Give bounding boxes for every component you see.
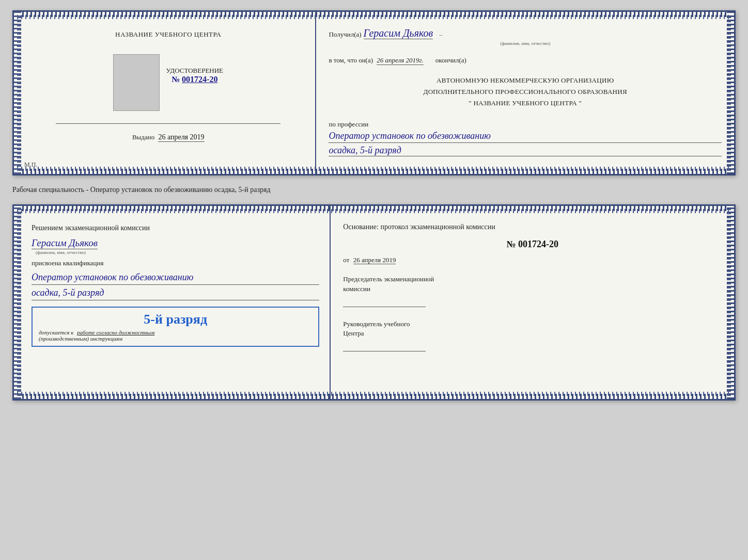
recipient-name: Герасим Дьяков <box>364 27 433 39</box>
org-line1: АВТОНОМНУЮ НЕКОММЕРЧЕСКУЮ ОРГАНИЗАЦИЮ <box>329 75 722 86</box>
date-value: 26 апреля 2019г. <box>377 56 423 65</box>
qualification-value-2: осадка, 5-й разряд <box>32 286 319 300</box>
document-type-label: УДОСТОВЕРЕНИЕ <box>166 67 223 75</box>
profession-block: по профессии Оператор установок по обезв… <box>329 120 722 156</box>
profession-value: Оператор установок по обезвоживанию <box>329 130 722 143</box>
between-text: Рабочая специальность - Оператор установ… <box>12 184 736 196</box>
rank-box: 5-й разряд допускается к работе согласно… <box>32 307 319 347</box>
cert-number-block: УДОСТОВЕРЕНИЕ № 001724-20 <box>166 67 223 84</box>
chairman-label: Председатель экзаменационной комиссии <box>343 275 722 293</box>
finished-label: окончил(а) <box>435 56 466 64</box>
received-prefix: Получил(а) <box>329 30 361 38</box>
head-signature-line <box>343 341 426 351</box>
cert-number: 001724-20 <box>182 75 217 84</box>
basis-label: Основание: протокол экзаменационной коми… <box>343 221 722 233</box>
допуск-suffix: (производственным) инструкциям <box>39 335 312 342</box>
head-label: Руководитель учебного Центра <box>343 319 722 338</box>
protocol-date: от 26 апреля 2019 <box>343 256 722 264</box>
commission-title: Решением экзаменационной комиссии <box>32 222 319 233</box>
bottom-left-stripe <box>14 206 21 399</box>
chairman-block: Председатель экзаменационной комиссии <box>343 275 722 307</box>
protocol-number: № 001724-20 <box>343 239 722 250</box>
top-certificate: НАЗВАНИЕ УЧЕБНОГО ЦЕНТРА УДОСТОВЕРЕНИЕ №… <box>12 10 736 175</box>
qualification-value-1: Оператор установок по обезвоживанию <box>32 270 319 285</box>
org-line2: ДОПОЛНИТЕЛЬНОГО ПРОФЕССИОНАЛЬНОГО ОБРАЗО… <box>329 86 722 98</box>
допуск-text: допускается к работе согласно должностны… <box>39 329 312 342</box>
chairman-signature-line <box>343 297 426 307</box>
date-prefix: от <box>343 256 349 264</box>
issued-date: 26 апреля 2019 <box>158 133 204 142</box>
top-cert-left: НАЗВАНИЕ УЧЕБНОГО ЦЕНТРА УДОСТОВЕРЕНИЕ №… <box>14 12 316 174</box>
specialty-value: осадка, 5-й разряд <box>329 145 722 156</box>
issued-label: Выдано <box>132 133 154 141</box>
page-container: НАЗВАНИЕ УЧЕБНОГО ЦЕНТРА УДОСТОВЕРЕНИЕ №… <box>12 10 736 401</box>
допуск-prefix: допускается к <box>39 329 73 335</box>
top-cert-right: Получил(а) Герасим Дьяков – (фамилия, им… <box>316 12 734 174</box>
issued-block: Выдано 26 апреля 2019 <box>132 133 205 141</box>
bottom-certificate: Решением экзаменационной комиссии Гераси… <box>12 204 736 401</box>
qualification-label: присвоена квалификация <box>32 259 319 267</box>
bottom-cert-left: Решением экзаменационной комиссии Гераси… <box>14 206 331 399</box>
training-center-title: НАЗВАНИЕ УЧЕБНОГО ЦЕНТРА <box>115 30 221 39</box>
bottom-right-stripe <box>727 206 734 399</box>
допуск-underline: работе согласно должностным <box>77 329 154 335</box>
left-border-stripe <box>14 12 21 174</box>
rank-text: 5-й разряд <box>39 312 312 327</box>
date-label: в том, что он(а) <box>329 56 373 64</box>
bottom-cert-right: Основание: протокол экзаменационной коми… <box>331 206 734 399</box>
photo-placeholder <box>113 54 160 111</box>
divider-1 <box>56 123 280 124</box>
dash-separator: – <box>439 31 442 38</box>
right-border-stripe <box>727 12 734 174</box>
bottom-person-block: Герасим Дьяков (фамилия, имя, отчество) <box>32 237 319 255</box>
mp-label: М.П. <box>24 161 37 169</box>
head-block: Руководитель учебного Центра <box>343 319 722 351</box>
name-subtext: (фамилия, имя, отчество) <box>329 41 722 46</box>
org-block: АВТОНОМНУЮ НЕКОММЕРЧЕСКУЮ ОРГАНИЗАЦИЮ ДО… <box>329 75 722 109</box>
profession-label: по профессии <box>329 120 722 129</box>
bottom-name-subtext: (фамилия, имя, отчество) <box>36 250 319 255</box>
bottom-person-name: Герасим Дьяков <box>32 237 98 249</box>
recipient-block: Получил(а) Герасим Дьяков – (фамилия, им… <box>329 27 722 46</box>
protocol-date-value: 26 апреля 2019 <box>353 256 396 264</box>
org-line3: " НАЗВАНИЕ УЧЕБНОГО ЦЕНТРА " <box>329 98 722 109</box>
date-line: в том, что он(а) 26 апреля 2019г. окончи… <box>329 56 722 65</box>
number-prefix: № <box>172 75 180 84</box>
